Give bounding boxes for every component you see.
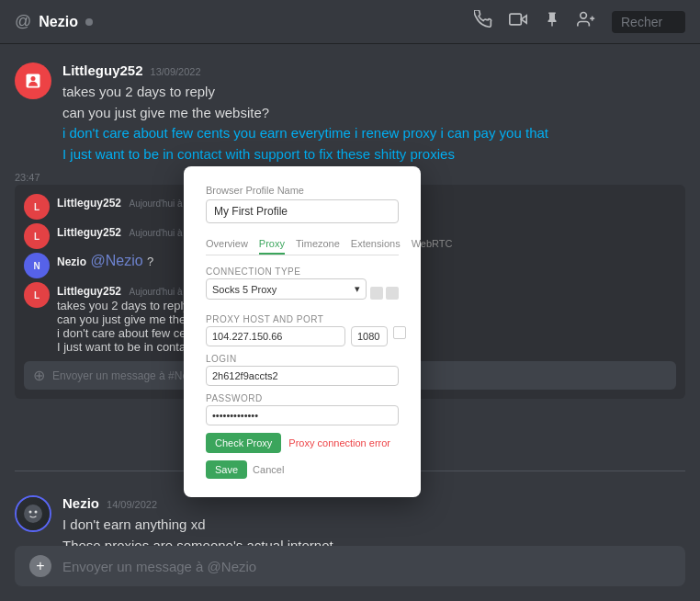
proxy-host-label: Proxy Host and Port <box>206 314 399 324</box>
avatar-nezio <box>15 495 51 532</box>
small-username-1: Littleguy252 <box>57 197 121 210</box>
proxy-tabs: Overview Proxy Timezone Extensions WebRT… <box>206 234 399 255</box>
embedded-area: L Littleguy252 Aujourd'hui à 09:08 L Lit… <box>0 185 700 442</box>
svg-rect-1 <box>510 14 522 25</box>
proxy-action-buttons: Check Proxy Proxy connection error <box>206 433 399 453</box>
message-header: Littleguy252 13/09/2022 <box>62 62 685 78</box>
copy-icons <box>370 287 399 300</box>
copy-icon-1[interactable] <box>370 287 383 300</box>
proxy-port-input[interactable] <box>351 326 388 346</box>
svg-point-7 <box>24 505 42 523</box>
header: @ Nezio <box>0 0 700 44</box>
tab-timezone[interactable]: Timezone <box>296 234 340 255</box>
proxy-bottom-buttons: Save Cancel <box>206 460 399 479</box>
message-group-nezio: Nezio 14/09/2022 I don't earn anything x… <box>0 492 700 546</box>
nezio-line-1: I don't earn anything xd <box>62 515 685 536</box>
small-username-3: Littleguy252 <box>57 285 121 298</box>
status-dot <box>85 18 93 26</box>
svg-point-9 <box>35 511 38 514</box>
small-avatar-3: L <box>24 282 50 308</box>
proxy-card-section-title: Browser Profile Name <box>206 185 399 196</box>
timestamp-nezio: 14/09/2022 <box>107 499 157 510</box>
phone-icon[interactable] <box>474 10 492 33</box>
small-avatar-2: L <box>24 223 50 249</box>
timestamp-littleguy: 13/09/2022 <box>151 66 201 77</box>
copy-icon-2[interactable] <box>386 287 399 300</box>
message-input-box: + Envoyer un message à @Nezio <box>15 546 685 586</box>
save-button[interactable]: Save <box>206 460 247 479</box>
message-line-2: can you just give me the website? <box>62 103 685 124</box>
message-content-littleguy: Littleguy252 13/09/2022 takes you 2 days… <box>62 62 685 164</box>
svg-point-8 <box>29 511 32 514</box>
svg-point-2 <box>581 13 587 19</box>
mention-nezio: @Nezio <box>90 253 147 268</box>
message-line-3: i don't care about few cents you earn ev… <box>62 123 685 144</box>
small-username-nezio: Nezio <box>57 255 86 268</box>
tab-webrtc[interactable]: WebRTC <box>412 234 453 255</box>
message-content-nezio: Nezio 14/09/2022 I don't earn anything x… <box>62 495 685 546</box>
small-avatar-nezio: N <box>24 253 50 278</box>
small-username-2: Littleguy252 <box>57 226 121 239</box>
check-proxy-button[interactable]: Check Proxy <box>206 433 281 453</box>
search-box[interactable]: Recher <box>612 11 685 33</box>
username-littleguy: Littleguy252 <box>62 62 143 78</box>
proxy-error-label: Proxy connection error <box>288 437 390 448</box>
nezio-line-2: These proxies are someone's actual inter… <box>62 536 685 547</box>
username-nezio: Nezio <box>62 495 99 511</box>
login-input[interactable] <box>206 366 399 386</box>
tab-extensions[interactable]: Extensions <box>351 234 401 255</box>
input-area: + Envoyer un message à @Nezio <box>0 546 700 601</box>
pin-icon[interactable] <box>544 11 560 32</box>
nezio-avatar-inner <box>17 497 50 530</box>
chat-area: Littleguy252 13/09/2022 takes you 2 days… <box>0 44 700 546</box>
message-line-4: I just want to be in contact with suppor… <box>62 144 685 165</box>
connection-type-label: Connection Type <box>206 266 399 277</box>
password-input[interactable] <box>206 405 399 425</box>
checkbox-icon[interactable] <box>393 326 406 339</box>
profile-name-input[interactable] <box>206 199 399 223</box>
channel-name: Nezio <box>39 14 78 30</box>
proxy-host-row <box>206 326 399 346</box>
divider-line-right <box>405 471 685 471</box>
proxy-card: Browser Profile Name Overview Proxy Time… <box>184 166 421 497</box>
at-symbol: @ <box>15 12 31 31</box>
embedded-plus-icon: ⊕ <box>33 367 45 384</box>
tab-overview[interactable]: Overview <box>206 234 248 255</box>
video-icon[interactable] <box>509 10 527 33</box>
tab-proxy[interactable]: Proxy <box>259 234 285 255</box>
message-group-littleguy: Littleguy252 13/09/2022 takes you 2 days… <box>0 59 700 168</box>
proxy-host-input[interactable] <box>206 326 345 346</box>
svg-point-6 <box>31 76 36 81</box>
nezio-message-header: Nezio 14/09/2022 <box>62 495 685 511</box>
login-label: Login <box>206 354 399 364</box>
message-input-placeholder[interactable]: Envoyer un message à @Nezio <box>62 559 671 574</box>
add-member-icon[interactable] <box>577 10 595 33</box>
header-icons: Recher <box>474 10 685 33</box>
attach-button[interactable]: + <box>29 555 51 577</box>
connection-type-select[interactable]: Socks 5 Proxy ▾ <box>206 278 367 300</box>
channel-info: @ Nezio <box>15 12 474 31</box>
small-avatar-1: L <box>24 194 50 220</box>
avatar-littleguy <box>15 62 51 99</box>
cancel-button[interactable]: Cancel <box>253 460 284 479</box>
nezio-question: ? <box>147 255 153 268</box>
svg-marker-0 <box>521 16 526 23</box>
message-line-1: takes you 2 days to reply <box>62 82 685 103</box>
password-label: Password <box>206 393 399 403</box>
